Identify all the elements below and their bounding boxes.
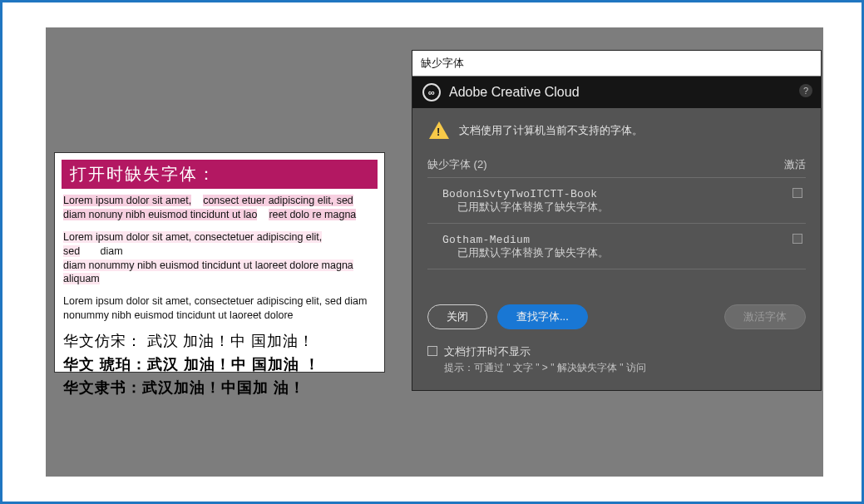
- warning-text: 文档使用了计算机当前不支持的字体。: [459, 123, 643, 138]
- document-preview: 打开时缺失字体： Lorem ipsum dolor sit amet, con…: [54, 152, 385, 373]
- divider: [427, 223, 806, 224]
- button-row: 关闭 查找字体... 激活字体: [427, 304, 806, 329]
- missing-fonts-dialog: 缺少字体 ∞ Adobe Creative Cloud ? 文档使用了计算机当前…: [412, 50, 822, 391]
- creative-cloud-logo-icon: ∞: [422, 83, 441, 101]
- font-list-header: 缺少字体 (2) 激活: [427, 157, 806, 172]
- font-sub: 已用默认字体替换了缺失字体。: [442, 246, 806, 260]
- cjk-line-2: 华文 琥珀：武汉 加油！中 国加油 ！: [63, 354, 376, 374]
- close-button[interactable]: 关闭: [427, 304, 487, 329]
- font-sub: 已用默认字体替换了缺失字体。: [442, 200, 806, 215]
- font-name: Gotham-Medium: [442, 234, 806, 246]
- activate-checkbox[interactable]: [792, 188, 802, 198]
- hint-text: 提示：可通过 " 文字 " > " 解决缺失字体 " 访问: [444, 360, 646, 375]
- find-font-button[interactable]: 查找字体...: [497, 304, 588, 329]
- help-icon[interactable]: ?: [799, 84, 812, 97]
- dialog-title: 缺少字体: [412, 51, 821, 77]
- doc-para-2: Lorem ipsum dolor sit amet, consectetuer…: [63, 230, 376, 287]
- font-name: BodoniSvtyTwoITCTT-Book: [442, 188, 806, 200]
- dont-show-checkbox[interactable]: [427, 346, 437, 356]
- divider: [427, 177, 806, 178]
- divider: [427, 269, 806, 269]
- warning-icon: [429, 121, 449, 139]
- creative-cloud-header: ∞ Adobe Creative Cloud ?: [412, 77, 821, 108]
- font-list-item: BodoniSvtyTwoITCTT-Book 已用默认字体替换了缺失字体。: [427, 183, 806, 220]
- activate-checkbox[interactable]: [792, 234, 802, 244]
- doc-para-1: Lorem ipsum dolor sit amet, consect etue…: [63, 194, 376, 222]
- activate-fonts-button: 激活字体: [724, 304, 806, 329]
- cjk-line-3: 华文隶书：武汉加油！中国加 油！: [63, 378, 376, 398]
- doc-para-3: Lorem ipsum dolor sit amet, consectetuer…: [63, 294, 376, 323]
- cc-brand-label: Adobe Creative Cloud: [449, 85, 580, 100]
- dont-show-label: 文档打开时不显示: [444, 344, 646, 360]
- cjk-line-1: 华文仿宋： 武汉 加油！中 国加油！: [63, 331, 376, 351]
- dialog-body: 文档使用了计算机当前不支持的字体。 缺少字体 (2) 激活 BodoniSvty…: [412, 108, 821, 390]
- dont-show-row: 文档打开时不显示 提示：可通过 " 文字 " > " 解决缺失字体 " 访问: [427, 344, 806, 375]
- doc-title: 打开时缺失字体：: [62, 160, 378, 189]
- font-list-item: Gotham-Medium 已用默认字体替换了缺失字体。: [427, 229, 806, 265]
- workspace: 打开时缺失字体： Lorem ipsum dolor sit amet, con…: [46, 27, 823, 477]
- warning-row: 文档使用了计算机当前不支持的字体。: [427, 121, 806, 139]
